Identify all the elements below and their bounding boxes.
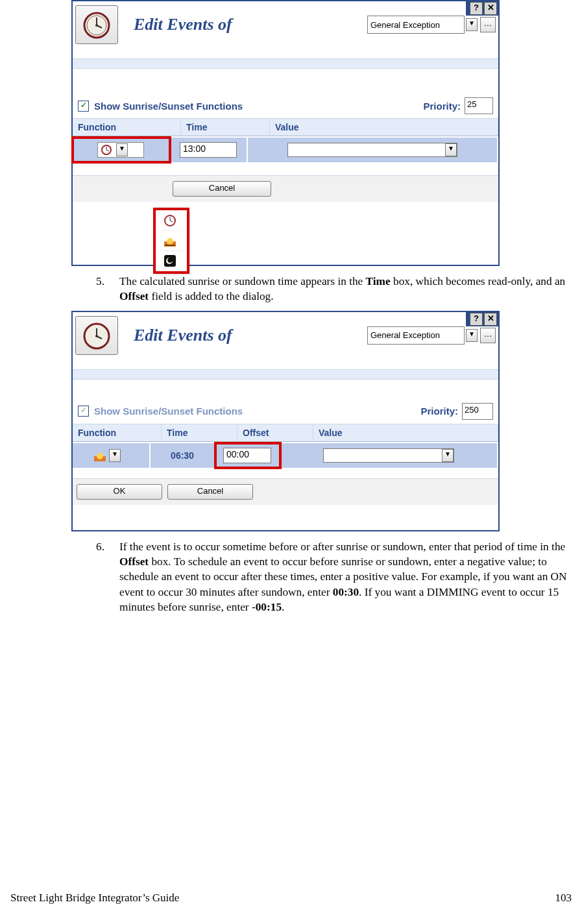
col-time: Time <box>162 424 237 441</box>
chevron-down-icon[interactable]: ▼ <box>109 449 121 462</box>
value-select[interactable]: ▼ <box>287 143 457 157</box>
step-6: 6. If the event is to occur sometime bef… <box>119 539 573 615</box>
show-sunrise-checkbox[interactable]: ✓ <box>78 101 89 112</box>
cancel-button[interactable]: Cancel <box>173 181 271 197</box>
svg-point-4 <box>95 24 98 27</box>
chevron-down-icon[interactable]: ▼ <box>466 18 478 31</box>
function-option-night[interactable] <box>156 251 184 271</box>
titlebar-controls: ? ✕ <box>466 1 498 16</box>
show-sunrise-label: Show Sunrise/Sunset Functions <box>94 406 243 417</box>
value-cell: ▼ <box>248 138 498 162</box>
close-icon[interactable]: ✕ <box>484 2 497 15</box>
function-option-sunrise[interactable] <box>156 231 184 251</box>
svg-point-12 <box>167 238 173 245</box>
time-cell: 06:30 <box>151 443 215 468</box>
dialog-title: Edit Events of <box>134 15 232 34</box>
col-function: Function <box>73 424 162 441</box>
svg-rect-14 <box>164 255 176 267</box>
exception-type-value: General Exception <box>370 330 440 340</box>
exception-type-select[interactable]: General Exception <box>367 16 465 34</box>
page-footer: Street Light Bridge Integrator’s Guide 1… <box>10 892 572 905</box>
time-readonly: 06:30 <box>171 450 194 461</box>
value-cell: ▼ <box>280 443 498 468</box>
value-select[interactable]: ▼ <box>323 448 454 463</box>
dialog-figure-2: ? ✕ Edit Events of General Exception ▼ … <box>71 311 500 531</box>
chevron-down-icon[interactable]: ▼ <box>116 143 128 156</box>
exception-type-value: General Exception <box>370 20 440 30</box>
help-icon[interactable]: ? <box>470 313 483 326</box>
chevron-down-icon[interactable]: ▼ <box>466 329 478 342</box>
more-button[interactable]: … <box>480 17 496 32</box>
clock-icon <box>75 316 118 355</box>
function-dropdown-popup <box>154 209 188 273</box>
priority-input[interactable]: 25 <box>465 97 493 114</box>
chevron-down-icon[interactable]: ▼ <box>442 449 454 462</box>
show-sunrise-label: Show Sunrise/Sunset Functions <box>94 101 243 112</box>
divider <box>73 58 498 69</box>
dialog-figure-1: ? ✕ Edit Events of General Exception ▼ <box>71 0 500 266</box>
offset-cell: 00:00 <box>215 443 280 468</box>
ok-button[interactable]: OK <box>77 484 162 500</box>
divider <box>73 369 498 380</box>
close-icon[interactable]: ✕ <box>484 313 497 326</box>
priority-input[interactable]: 250 <box>462 403 493 420</box>
function-cell: ▼ <box>73 138 170 162</box>
offset-input[interactable]: 00:00 <box>223 448 271 463</box>
col-value: Value <box>313 424 498 441</box>
function-select[interactable]: ▼ <box>97 142 144 158</box>
svg-point-18 <box>95 335 98 337</box>
help-icon[interactable]: ? <box>470 2 483 15</box>
clock-small-icon <box>101 144 112 156</box>
show-sunrise-checkbox[interactable]: ✓ <box>78 406 89 417</box>
svg-point-20 <box>97 453 103 459</box>
titlebar-controls: ? ✕ <box>466 312 498 326</box>
step-number: 5. <box>96 274 104 289</box>
cancel-button[interactable]: Cancel <box>167 484 253 500</box>
priority-label: Priority: <box>423 101 461 112</box>
dialog-title: Edit Events of <box>134 326 232 345</box>
function-cell: ▼ <box>73 443 151 468</box>
step-5: 5. The calculated sunrise or sundown tim… <box>119 274 573 304</box>
footer-title: Street Light Bridge Integrator’s Guide <box>10 892 179 905</box>
priority-label: Priority: <box>420 406 458 417</box>
sunrise-icon <box>93 449 106 462</box>
chevron-down-icon[interactable]: ▼ <box>445 143 457 156</box>
col-value: Value <box>270 119 498 136</box>
function-option-clock[interactable] <box>156 211 184 231</box>
time-input[interactable]: 13:00 <box>180 142 237 158</box>
page-number: 103 <box>555 892 572 905</box>
more-button[interactable]: … <box>480 328 496 343</box>
exception-type-select[interactable]: General Exception <box>367 326 465 345</box>
time-cell: 13:00 <box>170 138 248 162</box>
step-number: 6. <box>96 539 104 554</box>
function-select[interactable]: ▼ <box>91 448 131 463</box>
clock-icon <box>75 5 118 44</box>
col-offset: Offset <box>237 424 313 441</box>
col-function: Function <box>73 119 181 136</box>
col-time: Time <box>181 119 270 136</box>
